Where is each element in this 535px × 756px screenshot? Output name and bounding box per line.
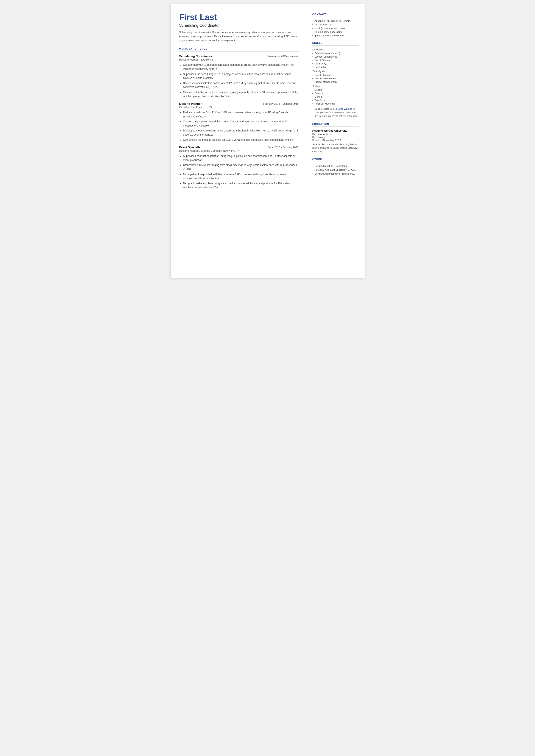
education-section: EDUCATION Resume Worded University Bache… (312, 123, 359, 154)
job-company-3: Resume Worded's Exciting Company, New Yo… (179, 149, 299, 153)
bullet-3-2: Orchestrated 43 events ranging from smal… (183, 163, 299, 171)
software-1: Doodle (312, 89, 359, 91)
software-label: Software: (312, 85, 359, 88)
contact-section: CONTACT Annapolis, MD (Open to Remote) +… (312, 13, 359, 37)
work-experience-label: WORK EXPERIENCE (179, 47, 299, 50)
job-header-1: Scheduling Coordinator November 2015 – P… (179, 55, 299, 58)
edu-block: Resume Worded University Bachelor of Art… (312, 129, 359, 154)
software-5: HubSpot Meetings (312, 102, 359, 105)
edu-location: Boston, MA — May 2010 (312, 139, 359, 142)
hard-skills-label: Hard Skills: (312, 48, 359, 51)
edu-field: Psychology (312, 136, 359, 139)
techniques-label: Techniques: (312, 70, 359, 72)
job-block-1: Scheduling Coordinator November 2015 – P… (179, 55, 299, 98)
techniques-list: Event Planning Concept Estimation Projec… (312, 74, 359, 83)
job-dates-2: February 2013 – October 2015 (263, 102, 298, 105)
contact-phone: +1-234-456-789 (312, 23, 359, 26)
job-title-2: Meeting Planner (179, 102, 202, 105)
software-3: Genee (312, 96, 359, 98)
skills-label: SKILLS (312, 42, 359, 44)
contact-github: github.com/resumeworded (312, 34, 359, 37)
other-divider (312, 162, 359, 162)
job-title-3: Event Specialist (179, 146, 202, 149)
edu-degree: Bachelor of Arts (312, 133, 359, 136)
contact-label: CONTACT (312, 13, 359, 15)
edu-awards: Awards: Resume Worded Teaching Fellow (o… (312, 143, 359, 154)
contact-address: Annapolis, MD (Open to Remote) (312, 20, 359, 22)
bullet-3-3: Managed and responded to 850 emails from… (183, 172, 299, 181)
bullet-2-1: Reduced no-shows from 72% to <10% and in… (183, 111, 299, 119)
job-title-1: Scheduling Coordinator (179, 55, 212, 58)
job-header-3: Event Specialist June 2010 – January 201… (179, 146, 299, 149)
job-company-2: Growthsi, San Francisco, CA (179, 106, 299, 109)
summary-text: Scheduling coordinator with 10 years of … (179, 30, 299, 43)
skills-note-before: Don't forget to use (315, 107, 335, 110)
job-company-1: Resume Worded, New York, NY (179, 58, 299, 61)
job-header-2: Meeting Planner February 2013 – October … (179, 102, 299, 105)
software-list: Doodle Calendly Genee Typeform HubSpot M… (312, 89, 359, 105)
technique-2: Concept Estimation (312, 77, 359, 80)
skills-section: SKILLS Hard Skills: Scheduling (Advanced… (312, 42, 359, 118)
skill-contracting: Contracting (312, 66, 359, 68)
skill-scheduling: Scheduling (Advanced) (312, 52, 359, 55)
software-4: Typeform (312, 99, 359, 101)
bullet-2-4: Coordinated the meeting logistics for 3.… (183, 138, 299, 142)
bullet-3-4: Designed marketing plans using social me… (183, 182, 299, 189)
skills-note: Don't forget to use Resume Worded to sca… (312, 107, 359, 118)
job-bullets-2: Reduced no-shows from 72% to <10% and in… (179, 111, 299, 142)
skills-divider (312, 45, 359, 46)
job-block-3: Event Specialist June 2010 – January 201… (179, 146, 299, 189)
contact-divider (312, 17, 359, 17)
contact-list: Annapolis, MD (Open to Remote) +1-234-45… (312, 20, 359, 37)
job-dates-1: November 2015 – Present (268, 55, 298, 58)
bullet-2-3: Developed creative solutions using exper… (183, 129, 299, 137)
resume-page: First Last Scheduling Coordinator Schedu… (171, 4, 365, 278)
job-block-2: Meeting Planner February 2013 – October … (179, 102, 299, 142)
hard-skills-list: Scheduling (Advanced) Looker (Experience… (312, 52, 359, 68)
job-bullets-3: Supervised contract negotiation, budgeti… (179, 154, 299, 189)
education-label: EDUCATION (312, 123, 359, 125)
bullet-1-2: Supervised the scheduling of 670 employe… (183, 72, 299, 80)
technique-3: Project Management (312, 81, 359, 83)
left-column: First Last Scheduling Coordinator Schedu… (171, 4, 306, 278)
job-title: Scheduling Coordinator (179, 23, 299, 28)
software-2: Calendly (312, 92, 359, 95)
other-item-2: Personal Assistant Specialist (CPAS). (312, 169, 359, 171)
technique-1: Event Planning (312, 74, 359, 76)
right-column: CONTACT Annapolis, MD (Open to Remote) +… (306, 4, 365, 278)
other-item-3: Certified Administrative Professional. (312, 172, 359, 175)
other-item-1: Certified Meeting Professional. (312, 165, 359, 167)
education-divider (312, 126, 359, 127)
candidate-name: First Last (179, 13, 299, 22)
other-label: OTHER (312, 158, 359, 160)
contact-linkedin: linkedin.com/in/username (312, 31, 359, 33)
job-bullets-1: Collaborated with 21 management team mem… (179, 63, 299, 98)
job-dates-3: June 2010 – January 2013 (268, 146, 298, 149)
bullet-1-3: Decreased administrative costs from $10M… (183, 81, 299, 89)
bullet-1-4: Maximized the day of senior executives b… (183, 90, 299, 98)
skill-looker: Looker (Experienced) (312, 55, 359, 58)
contact-email: email@resumeworded.com (312, 27, 359, 30)
edu-school: Resume Worded University (312, 129, 359, 132)
bullet-1-1: Collaborated with 21 management team mem… (183, 63, 299, 71)
bullet-3-1: Supervised contract negotiation, budgeti… (183, 154, 299, 162)
other-section: OTHER Certified Meeting Professional. Pe… (312, 158, 359, 175)
other-list: Certified Meeting Professional. Personal… (312, 165, 359, 175)
skill-data-entry: Data Entry (312, 62, 359, 65)
resume-worded-link[interactable]: Resume Worded (334, 107, 352, 110)
bullet-2-2: Created daily meeting schedules, room bl… (183, 120, 299, 127)
skill-event-planning: Event Planning (312, 59, 359, 61)
